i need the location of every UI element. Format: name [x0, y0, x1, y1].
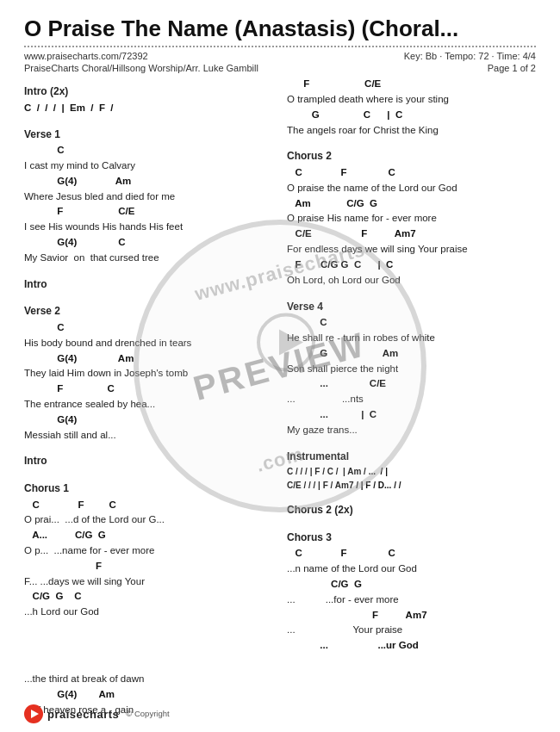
lyric: ... ...for - ever more — [287, 592, 536, 608]
lyric: O p... ...name for - ever more — [24, 543, 273, 559]
chord: G C | C — [287, 108, 536, 123]
lyric: My gaze trans... — [287, 423, 536, 438]
chord: C — [287, 315, 536, 331]
chord: C / / / | Em / F / — [24, 101, 273, 116]
footer-copyright: © Copyright — [126, 709, 169, 719]
lyric: They laid Him down in Joseph's tomb — [24, 366, 273, 382]
chord: F C/E — [24, 204, 273, 220]
right-column: F C/E O trampled death where is your sti… — [287, 77, 536, 732]
lyric: For endless days we will sing Your prais… — [287, 242, 536, 257]
lyric: I see His wounds His hands His feet — [24, 220, 273, 235]
section-intro-2x: Intro (2x) — [24, 84, 273, 100]
section-intro-2: Intro — [24, 453, 273, 469]
meta-key-tempo: Key: Bb · Tempo: 72 · Time: 4/4 — [404, 51, 536, 61]
lyric: His body bound and drenched in tears — [24, 336, 273, 351]
chord: C F C — [287, 165, 536, 181]
lyric: My Savior on that cursed tree — [24, 251, 273, 266]
chord: G(4) — [24, 413, 273, 428]
chord: ... ...ur God — [287, 638, 536, 654]
section-chorus2: Chorus 2 — [287, 148, 536, 164]
lyric: ...n name of the Lord our God — [287, 561, 536, 577]
chord: G(4) Am — [24, 174, 273, 189]
footer-brand-name: praisecharts — [47, 708, 119, 721]
chord: C/G G C — [24, 589, 273, 605]
lyric: Oh Lord, oh Lord our God — [287, 273, 536, 288]
page-number: Page 1 of 2 — [488, 63, 536, 73]
chord: C/E F Am7 — [287, 226, 536, 242]
section-verse1: Verse 1 — [24, 127, 273, 143]
title-divider — [24, 46, 536, 47]
section-verse4: Verse 4 — [287, 299, 536, 315]
section-chorus3: Chorus 3 — [287, 530, 536, 546]
lyric: F... ...days we will sing Your — [24, 574, 273, 590]
chord: C/G G — [287, 577, 536, 592]
page-title: O Praise The Name (Anastasis) (Choral... — [24, 16, 536, 42]
lyric: ... Your praise — [287, 623, 536, 638]
section-chorus2-2x: Chorus 2 (2x) — [287, 502, 536, 518]
chord: C / / / | F / C / | Am / ... / | — [287, 465, 536, 479]
footer-play-button[interactable] — [24, 704, 43, 723]
chord: G(4) Am — [24, 687, 273, 703]
lyric: Where Jesus bled and died for me — [24, 189, 273, 205]
left-column: Intro (2x) C / / / | Em / F / Verse 1 C … — [24, 77, 273, 732]
chord: F C — [24, 382, 273, 397]
chord: A... C/G G — [24, 528, 273, 543]
lyric: Messiah still and al... — [24, 428, 273, 444]
chord: F — [24, 559, 273, 574]
content-columns: Intro (2x) C / / / | Em / F / Verse 1 C … — [24, 77, 536, 732]
lyric: I cast my mind to Calvary — [24, 158, 273, 174]
page-container: O Praise The Name (Anastasis) (Choral...… — [0, 0, 560, 732]
lyric: ...the third at break of dawn — [24, 672, 273, 687]
attribution: PraiseCharts Choral/Hillsong Worship/Arr… — [24, 63, 258, 73]
chord: C — [24, 143, 273, 158]
chord: G Am — [287, 346, 536, 362]
meta-url: www.praisecharts.com/72392 — [24, 51, 148, 61]
chord: C — [24, 320, 273, 336]
footer-logo: praisecharts — [24, 704, 119, 723]
chord: C F C — [24, 498, 273, 513]
chord: ... C/E — [287, 376, 536, 392]
section-instrumental: Instrumental — [287, 449, 536, 465]
lyric: O praise the name of the Lord our God — [287, 181, 536, 196]
section-verse2: Verse 2 — [24, 303, 273, 319]
chord: F C/E — [287, 77, 536, 92]
section-chorus1: Chorus 1 — [24, 481, 273, 497]
lyric: O prai... ...d of the Lord our G... — [24, 512, 273, 528]
chord: G(4) Am — [24, 351, 273, 367]
lyric: The entrance sealed by hea... — [24, 397, 273, 413]
section-intro-1: Intro — [24, 276, 273, 293]
chord: C/E / / / | F / Am7 / | F / D... / / — [287, 479, 536, 493]
chord: Am C/G G — [287, 196, 536, 212]
chord: C F C — [287, 546, 536, 561]
lyric: He shall re - turn in robes of white — [287, 331, 536, 346]
footer: praisecharts © Copyright — [24, 704, 536, 723]
meta-attribution-row: PraiseCharts Choral/Hillsong Worship/Arr… — [24, 63, 536, 73]
chord: F C/G G C | C — [287, 257, 536, 273]
lyric: Son shall pierce the night — [287, 362, 536, 377]
chord: G(4) C — [24, 235, 273, 251]
lyric: O trampled death where is your sting — [287, 92, 536, 108]
chord: F Am7 — [287, 608, 536, 623]
lyric: The angels roar for Christ the King — [287, 123, 536, 139]
meta-row: www.praisecharts.com/72392 Key: Bb · Tem… — [24, 51, 536, 61]
lyric: ... ...nts — [287, 392, 536, 407]
lyric: O praise His name for - ever more — [287, 211, 536, 226]
lyric: ...h Lord our God — [24, 605, 273, 620]
chord: ... | C — [287, 407, 536, 423]
